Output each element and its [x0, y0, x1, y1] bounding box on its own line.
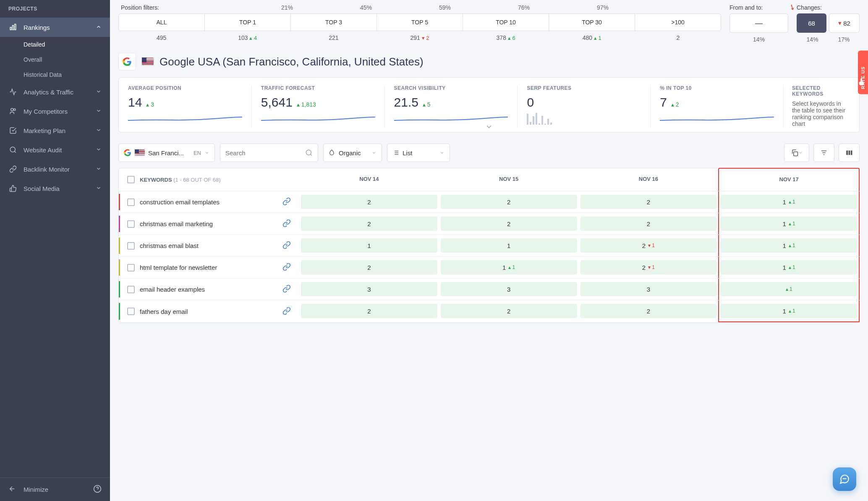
metric-card[interactable]: TRAFFIC FORECAST 5,641 ▴ 1,813: [252, 85, 385, 127]
date-col-header-highlighted[interactable]: NOV 17: [718, 168, 860, 191]
search-input[interactable]: [225, 149, 305, 157]
sidebar-item-backlink[interactable]: Backlink Monitor: [0, 159, 110, 179]
filter-top1[interactable]: TOP 1: [205, 14, 291, 31]
chat-icon: [839, 474, 850, 485]
flag-us-icon: [142, 57, 154, 66]
metric-value: 14: [128, 95, 142, 110]
metric-card[interactable]: SERP FEATURES 0: [518, 85, 651, 127]
sidebar-item-social[interactable]: Social Media: [0, 179, 110, 198]
sidebar-sub-overall[interactable]: Overall: [0, 52, 110, 67]
metric-value: 0: [527, 95, 534, 110]
filter-count: 378 ▴ 6: [463, 34, 549, 41]
row-checkbox[interactable]: [127, 198, 135, 206]
sidebar-item-competitors[interactable]: My Competitors: [0, 102, 110, 121]
sidebar-item-analytics[interactable]: Analytics & Traffic: [0, 82, 110, 102]
table-row: christmas email blast 112 ▾ 11 ▴ 1: [119, 235, 859, 257]
filter-top3[interactable]: TOP 3: [291, 14, 377, 31]
filter-all[interactable]: ALL: [119, 14, 205, 31]
rank-cell: 1: [299, 235, 439, 256]
help-icon[interactable]: [93, 485, 102, 494]
copy-button[interactable]: [784, 144, 809, 162]
table-row: fathers day email 2221 ▴ 1: [119, 300, 859, 323]
svg-rect-22: [846, 151, 848, 155]
view-select[interactable]: List: [387, 144, 450, 162]
table-row: construction email templates 2221 ▴ 1: [119, 191, 859, 213]
row-checkbox[interactable]: [127, 264, 135, 271]
expand-chevron-icon[interactable]: [485, 123, 493, 133]
selected-keywords: SELECTED KEYWORDS Select keywords in the…: [784, 85, 859, 127]
keyword-link-icon[interactable]: [282, 284, 291, 294]
row-checkbox[interactable]: [127, 308, 135, 315]
filter-top5[interactable]: TOP 5: [377, 14, 463, 31]
table-header: KEYWORDS (1 - 68 OUT OF 68) NOV 14 NOV 1…: [119, 168, 859, 191]
date-col-header[interactable]: NOV 14: [299, 168, 439, 191]
rank-cell: 1: [439, 235, 579, 256]
filter-top30[interactable]: TOP 30: [549, 14, 635, 31]
keyword-cell: email header examples: [119, 279, 299, 300]
flag-us-icon: [135, 149, 145, 156]
chevron-down-icon: [96, 89, 102, 96]
filter-count: 480 ▴ 1: [549, 34, 635, 41]
filter-count: 291 ▾ 2: [376, 34, 463, 41]
keyword-cell: christmas email blast: [119, 235, 299, 256]
rank-cell: 2: [579, 300, 719, 322]
metric-card[interactable]: AVERAGE POSITION 14 ▴ 3: [119, 85, 252, 127]
metric-label: AVERAGE POSITION: [128, 85, 242, 91]
filter-button[interactable]: [813, 144, 834, 162]
svg-line-6: [14, 151, 16, 152]
keywords-table: KEYWORDS (1 - 68 OUT OF 68) NOV 14 NOV 1…: [118, 168, 860, 323]
date-col-header[interactable]: NOV 15: [439, 168, 579, 191]
sidebar-sub-historical[interactable]: Historical Data: [0, 67, 110, 82]
chat-button[interactable]: [833, 467, 856, 491]
sidebar-minimize[interactable]: Minimize: [0, 478, 110, 501]
filter-top10[interactable]: TOP 10: [463, 14, 549, 31]
filter-pct: 59%: [405, 4, 484, 11]
svg-point-5: [10, 147, 15, 152]
sidebar-sub-detailed[interactable]: Detailed: [0, 37, 110, 52]
keyword-link-icon[interactable]: [282, 197, 291, 207]
changes-down-button[interactable]: ▾ 82: [829, 13, 860, 33]
row-checkbox[interactable]: [127, 286, 135, 293]
sidebar-item-rankings[interactable]: Rankings: [0, 18, 110, 37]
magnify-icon: [8, 146, 18, 154]
filter-pct: 76%: [484, 4, 563, 11]
rank-cell: 3: [439, 279, 579, 300]
filter-gt100[interactable]: >100: [635, 14, 721, 31]
changes-up-button[interactable]: 68: [797, 13, 826, 33]
sidebar: PROJECTS Rankings Detailed Overall Histo…: [0, 0, 110, 501]
rank-cell: 3: [579, 279, 719, 300]
table-row: email header examples 333 ▴ 1: [119, 279, 859, 300]
keyword-cell: html template for newsletter: [119, 257, 299, 278]
rank-cell: 3: [299, 279, 439, 300]
row-checkbox[interactable]: [127, 220, 135, 228]
keyword-link-icon[interactable]: [282, 219, 291, 229]
sidebar-item-audit[interactable]: Website Audit: [0, 140, 110, 159]
metric-card[interactable]: SEARCH VISIBILITY 21.5 ▴ 5: [385, 85, 518, 127]
filter-count: 2: [635, 34, 721, 41]
fromto-button[interactable]: —: [729, 13, 788, 33]
sidebar-item-label: My Competitors: [24, 108, 68, 115]
keyword-link-icon[interactable]: [282, 263, 291, 272]
metric-label: % IN TOP 10: [660, 85, 774, 91]
date-col-header[interactable]: NOV 16: [579, 168, 719, 191]
row-checkbox[interactable]: [127, 242, 135, 250]
rank-cell: 1 ▴ 1: [718, 191, 860, 213]
traffic-type-select[interactable]: Organic: [323, 144, 382, 162]
filter-count: 103 ▴ 4: [204, 34, 290, 41]
sidebar-item-marketing[interactable]: Marketing Plan: [0, 121, 110, 140]
metric-card[interactable]: % IN TOP 10 7 ▴ 2: [651, 85, 784, 127]
keyword-text: fathers day email: [140, 308, 188, 315]
filter-count: 221: [290, 34, 376, 41]
select-all-checkbox[interactable]: [127, 176, 135, 183]
changes-pct-down: 17%: [828, 36, 860, 43]
keywords-col-header[interactable]: KEYWORDS (1 - 68 OUT OF 68): [140, 177, 221, 183]
keyword-link-icon[interactable]: [282, 307, 291, 316]
keyword-link-icon[interactable]: [282, 241, 291, 250]
location-select[interactable]: San Franci... EN: [118, 144, 215, 162]
arrow-left-icon: [8, 485, 18, 494]
metric-label: SEARCH VISIBILITY: [394, 85, 508, 91]
columns-button[interactable]: [839, 144, 860, 162]
svg-line-11: [310, 154, 311, 155]
rank-cell: 1 ▴ 1: [718, 300, 860, 322]
search-input-wrap: [220, 144, 318, 162]
